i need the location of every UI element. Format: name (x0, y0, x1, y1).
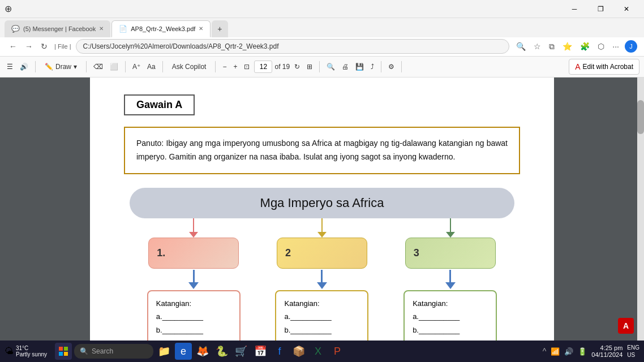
rotate-icon[interactable]: ↻ (292, 62, 302, 72)
text-size-icon[interactable]: A⁺ (130, 62, 143, 72)
katangian-3-line-b: b.__________ (413, 324, 488, 337)
branch-2-arrow-top (317, 232, 327, 238)
find-icon[interactable]: 🔍 (324, 62, 337, 72)
taskbar-python-icon[interactable]: 🐍 (213, 343, 230, 360)
taskbar-dropbox-icon[interactable]: 📦 (290, 343, 307, 360)
messenger-favicon: 💬 (11, 25, 20, 33)
address-bar: ← → ↻ | File | C:/Users/Jocelyn%20Almero… (0, 37, 644, 57)
battery-icon[interactable]: 🔋 (578, 347, 587, 356)
taskbar-firefox-icon[interactable]: 🦊 (194, 343, 211, 360)
pdf-scrollbar[interactable] (637, 77, 644, 341)
branch-2-line-top (321, 218, 323, 232)
branch-3-blue-arrow (445, 270, 456, 289)
taskbar-chevron-icon[interactable]: ^ (543, 347, 547, 356)
taskbar-amazon-icon[interactable]: 🛒 (233, 343, 250, 360)
branches-row: 1. Katangian: a.__________ b.__________ (130, 218, 514, 341)
split-screen-icon[interactable]: ⧉ (547, 41, 557, 53)
branch-1-arrow-top (189, 232, 198, 238)
box-2: 2 (277, 238, 367, 269)
taskbar-calendar-icon[interactable]: 📅 (252, 343, 269, 360)
view-options-icon[interactable]: ⊞ (304, 62, 315, 72)
more-options-icon[interactable]: ··· (610, 41, 621, 52)
weather-widget: 🌤 31°C Partly sunny (5, 345, 49, 357)
weather-icon: 🌤 (5, 346, 14, 356)
weather-info: 31°C Partly sunny (16, 345, 47, 357)
hamburger-menu-icon[interactable]: ☰ (5, 62, 15, 72)
file-label: | File | (54, 43, 71, 50)
branch-3-arrow-top (446, 232, 455, 238)
zoom-out-button[interactable]: − (220, 62, 229, 72)
pdf-scroll-thumb[interactable] (637, 100, 644, 134)
copilot-icon[interactable]: ⬡ (595, 41, 607, 52)
katangian-2-title: Katangian: (284, 297, 359, 310)
text-format-icon[interactable]: Aa (145, 62, 158, 72)
svg-rect-1 (64, 347, 68, 351)
wifi-icon[interactable]: 📶 (551, 347, 560, 356)
title-bar: ⊕ ─ ❐ ✕ (0, 0, 644, 18)
katangian-2-line-b: b.__________ (284, 324, 359, 337)
katangian-3-title: Katangian: (413, 297, 488, 310)
draw-chevron: ▾ (74, 63, 77, 71)
page-number-input[interactable] (254, 61, 272, 73)
refresh-button[interactable]: ↻ (38, 41, 50, 52)
draw-label: Draw (55, 63, 71, 71)
ask-copilot-button[interactable]: Ask Copilot (168, 59, 211, 75)
window-controls: ─ ❐ ✕ (561, 0, 639, 18)
katangian-3-line-a: a.__________ (413, 310, 488, 323)
taskbar-facebook-icon[interactable]: f (271, 343, 288, 360)
taskbar-search-icon: 🔍 (80, 347, 88, 355)
taskbar-edge-icon[interactable]: e (175, 343, 192, 360)
back-button[interactable]: ← (7, 41, 19, 52)
print-icon[interactable]: 🖨 (340, 62, 351, 72)
box-1: 1. (148, 238, 239, 269)
katangian-2-line-a: a.__________ (284, 310, 359, 323)
profile-icon[interactable]: J (625, 40, 637, 53)
zoom-in-button[interactable]: + (231, 62, 239, 72)
search-bar[interactable]: 🔍 Search (74, 344, 153, 359)
address-text: C:/Users/Jocelyn%20Almerol/Downloads/AP8… (83, 42, 279, 50)
svg-rect-3 (64, 352, 68, 356)
taskbar-right-area: ^ 📶 🔊 🔋 4:25 pm 04/11/2024 ENG US (543, 344, 639, 359)
svg-rect-2 (59, 352, 63, 356)
tab-pdf[interactable]: 📄 AP8_Qrtr-2_Week3.pdf ✕ (111, 20, 211, 37)
taskbar-file-manager-icon[interactable]: 📁 (156, 343, 173, 360)
restore-button[interactable]: ❐ (587, 0, 613, 18)
branch-2-blue-line (321, 270, 323, 282)
minimize-button[interactable]: ─ (561, 0, 587, 18)
box-1-label: 1. (157, 247, 165, 259)
katangian-box-1: Katangian: a.__________ b.__________ (147, 290, 241, 341)
instruction-text: Panuto: Ibigay ang mga imperyong umusbon… (136, 139, 508, 161)
address-input[interactable]: C:/Users/Jocelyn%20Almerol/Downloads/AP8… (76, 39, 510, 54)
favorites-icon[interactable]: ⭐ (560, 41, 574, 52)
new-tab-button[interactable]: + (212, 20, 227, 37)
weather-description: Partly sunny (16, 351, 47, 357)
browser-action-icons: 🔍 ☆ ⧉ ⭐ 🧩 ⬡ ··· J (514, 40, 637, 53)
taskbar-excel-icon[interactable]: X (310, 343, 327, 360)
eraser-icon[interactable]: ⌫ (91, 62, 105, 72)
tab-messenger-close[interactable]: ✕ (99, 25, 104, 32)
branch-3-blue-line (449, 270, 451, 282)
ask-copilot-label: Ask Copilot (172, 63, 207, 71)
shapes-icon[interactable]: ⬜ (108, 62, 121, 72)
save-icon[interactable]: 💾 (353, 62, 366, 72)
nav-buttons: ← → ↻ (7, 41, 50, 52)
settings-icon[interactable]: ⚙ (386, 62, 397, 72)
tab-messenger[interactable]: 💬 (5) Messenger | Facebook ✕ (5, 20, 110, 37)
read-aloud-icon[interactable]: 🔊 (18, 62, 31, 72)
draw-button[interactable]: ✏️ Draw ▾ (40, 59, 81, 75)
volume-icon[interactable]: 🔊 (564, 347, 573, 356)
forward-button[interactable]: → (23, 41, 35, 52)
extensions-icon[interactable]: 🧩 (578, 41, 592, 52)
tab-pdf-close[interactable]: ✕ (199, 25, 203, 32)
close-button[interactable]: ✕ (613, 0, 639, 18)
start-button[interactable] (55, 343, 72, 360)
branch-1-blue-line (193, 270, 195, 282)
fit-page-icon[interactable]: ⊡ (242, 62, 252, 72)
taskbar-powerpoint-icon[interactable]: P (329, 343, 346, 360)
share-icon[interactable]: ⤴ (368, 62, 376, 72)
search-icon[interactable]: 🔍 (514, 41, 528, 52)
bookmark-icon[interactable]: ☆ (531, 41, 543, 52)
separator-6 (319, 61, 320, 72)
edit-with-acrobat-button[interactable]: A Edit with Acrobat (569, 59, 639, 75)
branch-1-blue-arrow (188, 270, 199, 289)
